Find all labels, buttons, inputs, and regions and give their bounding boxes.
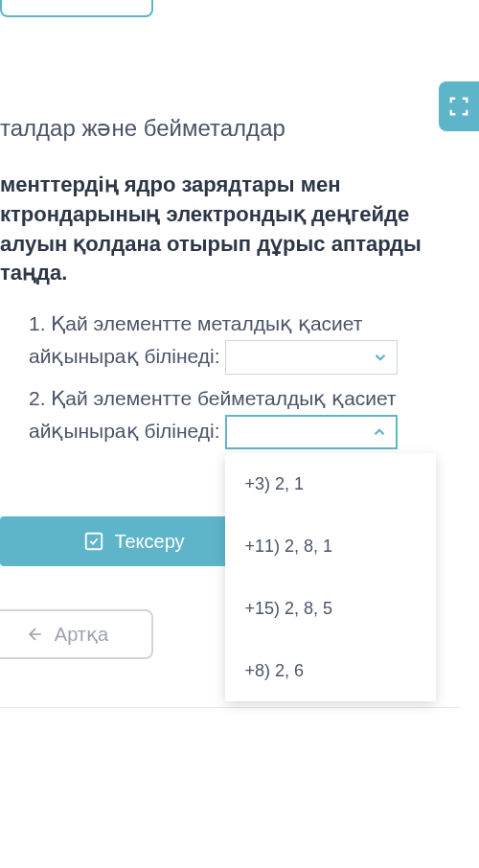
question-prompt: менттердің ядро зарядтары мен ктрондарын… — [0, 171, 460, 288]
top-border-decoration — [0, 0, 153, 17]
dropdown-1 — [225, 340, 398, 375]
fullscreen-button[interactable] — [439, 81, 479, 131]
dropdown-option[interactable]: +8) 2, 6 — [225, 640, 436, 702]
chevron-down-icon — [372, 349, 389, 366]
fullscreen-icon — [448, 96, 469, 117]
dropdown-select-1[interactable] — [225, 340, 398, 375]
question-number: 2. — [29, 387, 46, 409]
dropdown-select-2[interactable] — [225, 415, 398, 449]
bottom-divider — [0, 707, 460, 708]
check-icon — [83, 531, 104, 552]
dropdown-option[interactable]: +3) 2, 1 — [225, 453, 436, 515]
check-button-label: Тексеру — [114, 531, 184, 553]
svg-rect-0 — [86, 534, 103, 550]
question-item-1: 1. Қай элементте металдық қасиет айқыныр… — [29, 308, 460, 375]
dropdown-2: +3) 2, 1 +11) 2, 8, 1 +15) 2, 8, 5 +8) 2… — [225, 415, 398, 449]
question-item-2: 2. Қай элементте бейметалдық қасиет айқы… — [29, 382, 460, 449]
dropdown-option[interactable]: +11) 2, 8, 1 — [225, 515, 436, 578]
dropdown-option[interactable]: +15) 2, 8, 5 — [225, 578, 436, 640]
page-title: талдар және бейметалдар — [0, 115, 460, 142]
question-number: 1. — [29, 312, 46, 334]
back-button[interactable]: Артқа — [0, 609, 153, 659]
arrow-left-icon — [26, 625, 45, 644]
dropdown-options-list: +3) 2, 1 +11) 2, 8, 1 +15) 2, 8, 5 +8) 2… — [225, 453, 436, 701]
chevron-up-icon — [371, 423, 388, 441]
back-button-label: Артқа — [55, 623, 108, 646]
